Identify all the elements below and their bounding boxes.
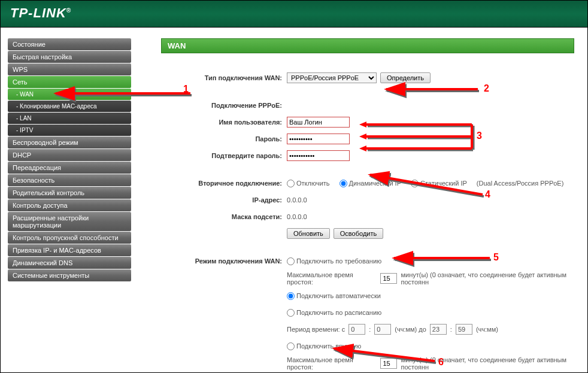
radio-scheduled[interactable] <box>287 309 295 317</box>
confirm-password-input[interactable] <box>287 150 350 161</box>
label-confirm: Подтвердите пароль: <box>161 152 287 159</box>
menu-item[interactable]: Динамический DNS <box>8 257 131 269</box>
radio-ondemand-label: Подключить по требованию <box>296 257 381 265</box>
username-input[interactable] <box>287 117 350 128</box>
header: TP-LINK® <box>1 1 587 28</box>
radio-ondemand[interactable] <box>287 257 295 265</box>
label-wan-mode: Режим подключения WAN: <box>161 257 287 265</box>
menu-item[interactable]: Состояние <box>8 38 131 50</box>
time2-input[interactable] <box>374 324 391 335</box>
menu-item[interactable]: - Клонирование MAC-адреса <box>8 101 131 112</box>
radio-scheduled-label: Подключить по расписанию <box>296 309 381 316</box>
sidebar-nav: СостояниеБыстрая настройкаWPSСеть- WAN- … <box>1 28 131 372</box>
brand-logo: TP-LINK® <box>10 5 71 20</box>
content-area: WAN Тип подключения WAN: PPPoE/Россия PP… <box>131 28 587 372</box>
menu-item[interactable]: Родительский контроль <box>8 187 131 199</box>
idle2-input[interactable] <box>380 358 397 369</box>
menu-item[interactable]: Контроль доступа <box>8 199 131 211</box>
subnet-value: 0.0.0.0 <box>287 213 307 220</box>
menu-item[interactable]: WPS <box>8 63 131 75</box>
menu-item[interactable]: - LAN <box>8 113 131 124</box>
menu-item[interactable]: - IPTV <box>8 125 131 136</box>
label-wan-type: Тип подключения WAN: <box>161 74 287 81</box>
time4-input[interactable] <box>456 324 472 335</box>
wan-type-select[interactable]: PPPoE/Россия PPPoE <box>287 72 377 83</box>
label-pppoe-conn: Подключение PPPoE: <box>161 102 287 109</box>
idle1-input[interactable] <box>380 273 397 284</box>
radio-dynamic[interactable] <box>340 180 347 187</box>
radio-disable[interactable] <box>287 180 295 187</box>
time1-input[interactable] <box>348 324 365 335</box>
label-password: Пароль: <box>161 135 287 142</box>
menu-item[interactable]: Быстрая настройка <box>8 51 131 63</box>
radio-auto-label: Подключить автоматически <box>296 292 381 299</box>
ip-value: 0.0.0.0 <box>287 196 307 204</box>
label-max-idle: Максимальное время простоя: <box>287 271 377 286</box>
radio-manual[interactable] <box>287 342 295 350</box>
time3-input[interactable] <box>430 324 447 335</box>
radio-auto[interactable] <box>287 292 295 300</box>
menu-item[interactable]: Безопасность <box>8 174 131 186</box>
radio-manual-label: Подключить вручную <box>296 342 361 350</box>
menu-item[interactable]: DHCP <box>8 149 131 161</box>
menu-item[interactable]: - WAN <box>8 89 131 100</box>
minutes-note-1: минут(ы) (0 означает, что соединение буд… <box>401 271 587 286</box>
radio-disable-label: Отключить <box>296 180 330 187</box>
label-ip: IP-адрес: <box>161 196 287 204</box>
dual-note: (Dual Access/Россия PPPoE) <box>477 180 564 187</box>
radio-static[interactable] <box>411 180 419 187</box>
label-username: Имя пользователя: <box>161 119 287 126</box>
renew-button[interactable]: Обновить <box>287 228 330 239</box>
menu-item[interactable]: Системные инструменты <box>8 269 131 281</box>
label-max-idle-2: Максимальное время простоя: <box>287 356 377 371</box>
radio-dynamic-label: Динамический IP <box>349 180 401 187</box>
password-input[interactable] <box>287 134 350 144</box>
menu-item[interactable]: Беспроводной режим <box>8 137 131 148</box>
menu-item[interactable]: Переадресация <box>8 162 131 174</box>
label-to: (чч:мм) до <box>395 326 426 333</box>
menu-item[interactable]: Расширенные настройки маршрутизации <box>8 212 131 231</box>
label-subnet: Маска подсети: <box>161 213 287 220</box>
radio-static-label: Статический IP <box>420 180 467 187</box>
label-secondary: Вторичное подключение: <box>161 180 287 187</box>
page-title: WAN <box>161 38 574 53</box>
menu-item[interactable]: Сеть <box>8 76 131 88</box>
label-period: Период времени: с <box>287 326 345 333</box>
menu-item[interactable]: Привязка IP- и MAC-адресов <box>8 244 131 256</box>
menu-item[interactable]: Контроль пропускной способности <box>8 232 131 244</box>
release-button[interactable]: Освободить <box>334 228 383 239</box>
label-hhmm: (чч:мм) <box>476 326 498 333</box>
detect-button[interactable]: Определить <box>380 72 431 83</box>
minutes-note-2: минут(ы) (0 означает, что соединение буд… <box>401 356 587 371</box>
